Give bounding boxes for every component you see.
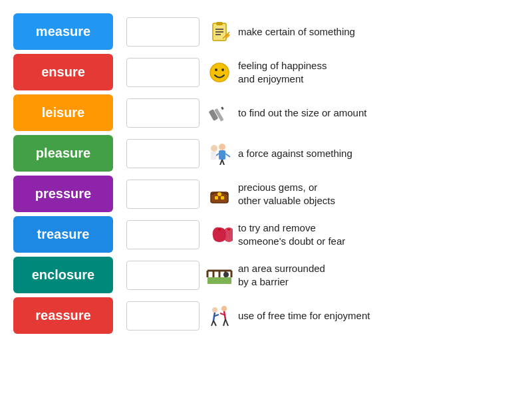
clue-text-6: an area surrounded by a barrier: [238, 262, 325, 288]
clue-area-3: a force against something: [206, 142, 519, 165]
clue-text-7: use of free time for enjoyment: [238, 309, 370, 323]
answer-input-0[interactable]: [126, 17, 200, 47]
match-row-6: an area surrounded by a barrier: [126, 257, 519, 293]
answer-input-5[interactable]: [126, 220, 200, 249]
clue-text-1: feeling of happiness and enjoyment: [238, 59, 327, 85]
answer-input-6[interactable]: [126, 261, 200, 290]
clue-icon-2: [206, 102, 233, 124]
clue-text-0: make certain of something: [238, 25, 355, 39]
match-row-1: feeling of happiness and enjoyment: [126, 54, 519, 90]
clue-icon-6: [206, 264, 233, 287]
clue-area-5: to try and remove someone's doubt or fea…: [206, 221, 519, 247]
clue-icon-4: [206, 183, 233, 205]
word-btn-pleasure[interactable]: pleasure: [13, 135, 113, 172]
svg-rect-12: [221, 106, 224, 110]
clue-icon-7: [206, 305, 233, 327]
match-row-7: use of free time for enjoyment: [126, 297, 519, 334]
svg-rect-23: [215, 196, 218, 200]
svg-line-42: [225, 319, 228, 326]
clue-area-0: make certain of something: [206, 21, 519, 43]
clue-text-5: to try and remove someone's doubt or fea…: [238, 221, 345, 247]
word-btn-treasure[interactable]: treasure: [13, 216, 113, 253]
svg-point-33: [212, 307, 217, 313]
clue-area-6: an area surrounded by a barrier: [206, 262, 519, 288]
main-container: measureensureleisurepleasurepressuretrea…: [13, 13, 519, 334]
svg-line-16: [222, 160, 224, 165]
svg-point-8: [215, 68, 217, 71]
word-btn-reassure[interactable]: reassure: [13, 297, 113, 334]
match-row-2: to find out the size or amount: [126, 94, 519, 131]
svg-point-13: [219, 144, 225, 150]
word-btn-ensure[interactable]: ensure: [13, 54, 113, 90]
clue-list: make certain of somethingfeeling of happ…: [126, 13, 519, 334]
clue-icon-1: [206, 61, 233, 84]
clue-text-3: a force against something: [238, 147, 352, 160]
svg-point-22: [217, 192, 221, 196]
word-btn-enclosure[interactable]: enclosure: [13, 257, 113, 293]
clue-area-1: feeling of happiness and enjoyment: [206, 59, 519, 85]
answer-input-4[interactable]: [126, 180, 200, 209]
answer-input-2[interactable]: [126, 98, 200, 128]
match-row-4: precious gems, or other valuable objects: [126, 176, 519, 212]
answer-input-3[interactable]: [126, 139, 200, 168]
svg-rect-24: [221, 196, 224, 200]
svg-rect-25: [207, 277, 231, 284]
svg-point-7: [210, 63, 229, 82]
clue-text-2: to find out the size or amount: [238, 106, 366, 120]
svg-point-9: [221, 68, 224, 71]
match-row-5: to try and remove someone's doubt or fea…: [126, 216, 519, 253]
word-btn-measure[interactable]: measure: [13, 13, 113, 50]
svg-line-18: [225, 154, 230, 157]
svg-rect-1: [216, 22, 223, 25]
word-btn-pressure[interactable]: pressure: [13, 176, 113, 212]
clue-icon-5: [206, 223, 233, 246]
clue-area-4: precious gems, or other valuable objects: [206, 181, 519, 207]
svg-point-19: [211, 145, 217, 152]
clue-text-4: precious gems, or other valuable objects: [238, 181, 335, 207]
word-list: measureensureleisurepleasurepressuretrea…: [13, 13, 113, 334]
match-row-0: make certain of something: [126, 13, 519, 50]
word-btn-leisure[interactable]: leisure: [13, 94, 113, 131]
svg-point-34: [221, 306, 227, 311]
svg-point-32: [223, 272, 229, 277]
svg-rect-14: [219, 150, 225, 160]
answer-input-7[interactable]: [126, 301, 200, 331]
answer-input-1[interactable]: [126, 58, 200, 87]
clue-icon-0: [206, 21, 233, 43]
match-row-3: a force against something: [126, 135, 519, 172]
clue-area-2: to find out the size or amount: [206, 102, 519, 124]
svg-line-40: [213, 321, 216, 326]
svg-rect-20: [211, 152, 216, 160]
clue-icon-3: [206, 142, 233, 165]
clue-area-7: use of free time for enjoyment: [206, 305, 519, 327]
